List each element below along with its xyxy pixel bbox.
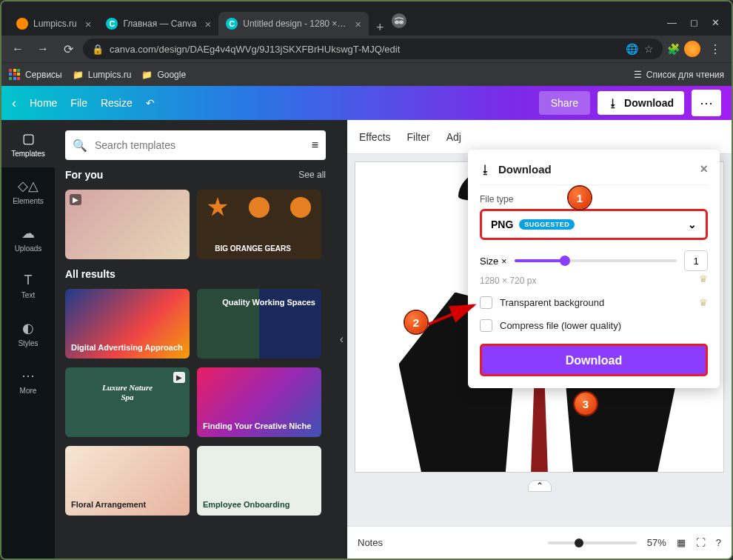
help-icon[interactable]: ?	[716, 537, 721, 548]
filter-button[interactable]: Filter	[407, 131, 430, 143]
back-icon[interactable]: ←	[7, 42, 28, 56]
url-bar[interactable]: 🔒 canva.com/design/DAEg4v4qWVg/9J13jSKXF…	[83, 39, 663, 59]
url-text: canva.com/design/DAEg4v4qWVg/9J13jSKXFBr…	[110, 44, 620, 55]
template-card[interactable]: Floral Arrangement	[65, 446, 190, 516]
favicon	[16, 18, 28, 30]
arrow-icon	[425, 299, 484, 329]
resize-button[interactable]: Resize	[101, 97, 133, 109]
templates-panel: 🔍 ≡ For youSee all ▶ BIG ORANGE GEARS Al…	[55, 120, 336, 559]
card-title: Digital Advertising Approach	[71, 343, 183, 353]
browser-tab-1[interactable]: Lumpics.ru ×	[9, 12, 98, 36]
card-title: Floral Arrangement	[71, 500, 146, 510]
notes-button[interactable]: Notes	[358, 537, 383, 548]
download-action-label: Download	[566, 354, 622, 367]
close-icon[interactable]: ×	[204, 18, 211, 30]
close-icon[interactable]: ×	[700, 161, 708, 177]
forward-icon[interactable]: →	[33, 42, 53, 56]
sidenav-label: Styles	[18, 339, 38, 347]
template-card[interactable]: BIG ORANGE GEARS	[197, 190, 321, 259]
bookmark-label: Google	[157, 70, 186, 80]
star-icon[interactable]: ☆	[644, 43, 654, 55]
browser-menu-icon[interactable]: ⋮	[705, 42, 726, 56]
fullscreen-icon[interactable]: ⛶	[696, 537, 706, 548]
card-title: Finding Your Creative Niche	[203, 421, 311, 431]
card-title: BIG ORANGE GEARS	[197, 244, 309, 253]
file-button[interactable]: File	[70, 97, 87, 109]
sidenav-text[interactable]: TText	[1, 262, 55, 310]
template-card[interactable]: ▶Luxure Nature Spa	[65, 367, 190, 437]
see-all-link[interactable]: See all	[298, 170, 326, 180]
effects-button[interactable]: Effects	[359, 131, 391, 143]
zoom-slider[interactable]	[548, 541, 637, 544]
new-tab-button[interactable]: +	[369, 20, 392, 36]
svg-point-1	[399, 21, 404, 24]
reload-icon[interactable]: ⟳	[58, 42, 78, 56]
favicon: C	[106, 18, 118, 30]
card-title: Quality Working Spaces	[222, 298, 315, 307]
template-card[interactable]: Employee Onboarding	[197, 446, 321, 516]
bookmark-folder-2[interactable]: 📁Google	[141, 70, 186, 80]
address-bar-row: ← → ⟳ 🔒 canva.com/design/DAEg4v4qWVg/9J1…	[1, 36, 732, 62]
search-input[interactable]	[95, 139, 304, 151]
size-row: Size × 1	[480, 250, 708, 271]
callout-2: 2	[405, 311, 427, 333]
back-chevron-icon[interactable]: ‹	[12, 96, 16, 111]
page-strip[interactable]: ⌃	[347, 480, 732, 492]
search-templates[interactable]: 🔍 ≡	[65, 130, 326, 160]
avatar[interactable]	[684, 41, 700, 57]
sidenav-label: Text	[21, 291, 35, 299]
download-icon: ⭳	[480, 163, 491, 176]
share-button[interactable]: Share	[539, 91, 590, 115]
minimize-icon[interactable]: —	[667, 17, 677, 28]
undo-icon[interactable]: ↶	[146, 97, 155, 109]
styles-icon: ◐	[22, 320, 34, 336]
bookmarks-bar: Сервисы 📁Lumpics.ru 📁Google ☰Список для …	[1, 62, 732, 86]
browser-tab-3[interactable]: C Untitled design - 1280 × 720px ×	[218, 12, 369, 36]
size-value[interactable]: 1	[684, 250, 708, 271]
sidenav-elements[interactable]: ◇△Elements	[1, 167, 55, 215]
section-for-you: For youSee all	[65, 169, 326, 181]
size-label: Size ×	[480, 256, 507, 267]
chevron-down-icon: ⌄	[688, 219, 697, 230]
bookmark-folder-1[interactable]: 📁Lumpics.ru	[73, 70, 132, 80]
transparent-label: Transparent background	[500, 297, 604, 308]
size-slider[interactable]	[515, 259, 677, 262]
panel-collapse[interactable]: ‹	[336, 120, 347, 559]
close-window-icon[interactable]: ✕	[712, 17, 720, 28]
template-card[interactable]: Digital Advertising Approach	[65, 289, 190, 359]
templates-icon: ▢	[22, 130, 35, 147]
folder-icon: 📁	[73, 70, 84, 80]
translate-icon[interactable]: 🌐	[626, 43, 638, 55]
sidenav-styles[interactable]: ◐Styles	[1, 310, 55, 357]
template-card[interactable]: Quality Working Spaces	[197, 289, 321, 359]
compress-row[interactable]: Compress file (lower quality)	[480, 319, 708, 332]
sidenav-templates[interactable]: ▢Templates	[1, 120, 55, 167]
template-card[interactable]: Finding Your Creative Niche	[197, 367, 321, 437]
sidenav: ▢Templates ◇△Elements ☁Uploads TText ◐St…	[1, 120, 55, 559]
close-icon[interactable]: ×	[85, 18, 92, 30]
bookmark-apps[interactable]: Сервисы	[9, 69, 62, 81]
filter-icon[interactable]: ≡	[312, 139, 318, 152]
share-label: Share	[551, 97, 578, 109]
chevron-up-icon[interactable]: ⌃	[528, 480, 552, 492]
maximize-icon[interactable]: ◻	[690, 17, 698, 28]
reading-list[interactable]: ☰Список для чтения	[634, 70, 724, 80]
download-button[interactable]: ⭳Download	[598, 91, 684, 115]
template-card[interactable]: ▶	[65, 190, 190, 259]
close-icon[interactable]: ×	[355, 18, 361, 30]
download-action-button[interactable]: Download	[480, 344, 708, 376]
browser-tab-2[interactable]: C Главная — Canva ×	[98, 12, 218, 36]
transparent-row[interactable]: Transparent background ♛	[480, 296, 708, 309]
zoom-value[interactable]: 57%	[647, 537, 666, 548]
apps-icon	[9, 69, 21, 81]
home-button[interactable]: Home	[30, 97, 57, 109]
grid-view-icon[interactable]: ▦	[677, 537, 686, 548]
sidenav-more[interactable]: ⋯More	[1, 357, 55, 404]
more-button[interactable]: ⋯	[692, 90, 721, 116]
extensions-icon[interactable]: 🧩	[667, 43, 680, 55]
elements-icon: ◇△	[18, 178, 39, 194]
file-type-select[interactable]: PNG SUGGESTED ⌄	[480, 209, 708, 240]
sidenav-uploads[interactable]: ☁Uploads	[1, 215, 55, 262]
callout-1: 1	[569, 187, 591, 209]
adjust-button[interactable]: Adj	[446, 131, 461, 143]
